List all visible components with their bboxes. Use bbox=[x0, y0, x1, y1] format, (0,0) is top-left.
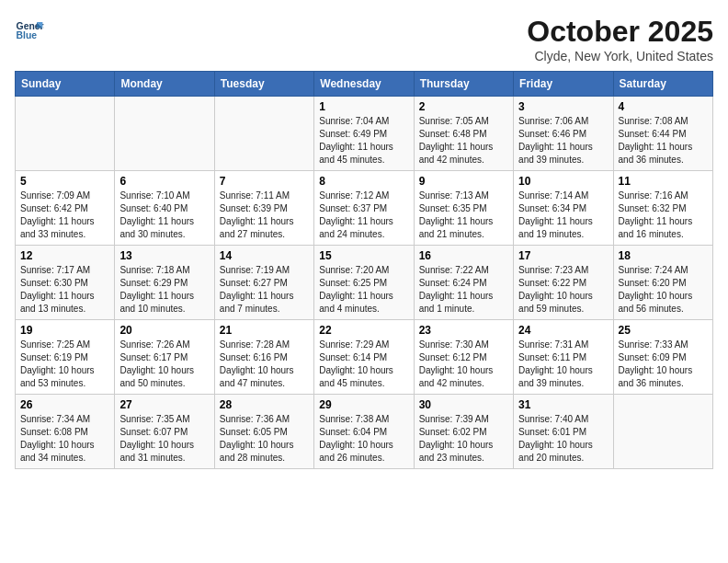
day-info: Sunrise: 7:17 AM Sunset: 6:30 PM Dayligh… bbox=[20, 264, 109, 316]
day-number: 16 bbox=[419, 249, 508, 262]
day-number: 11 bbox=[619, 175, 708, 188]
weekday-header: Friday bbox=[514, 72, 613, 97]
day-info: Sunrise: 7:08 AM Sunset: 6:44 PM Dayligh… bbox=[619, 115, 708, 167]
calendar-week-row: 5Sunrise: 7:09 AM Sunset: 6:42 PM Daylig… bbox=[16, 171, 713, 246]
day-number: 26 bbox=[20, 398, 109, 411]
day-info: Sunrise: 7:34 AM Sunset: 6:08 PM Dayligh… bbox=[20, 413, 109, 465]
day-info: Sunrise: 7:24 AM Sunset: 6:20 PM Dayligh… bbox=[619, 264, 708, 316]
title-block: October 2025 Clyde, New York, United Sta… bbox=[527, 15, 713, 63]
calendar-cell: 6Sunrise: 7:10 AM Sunset: 6:40 PM Daylig… bbox=[115, 171, 214, 246]
day-info: Sunrise: 7:09 AM Sunset: 6:42 PM Dayligh… bbox=[20, 190, 109, 241]
day-info: Sunrise: 7:35 AM Sunset: 6:07 PM Dayligh… bbox=[119, 413, 209, 465]
calendar-cell: 31Sunrise: 7:40 AM Sunset: 6:01 PM Dayli… bbox=[514, 395, 613, 469]
day-number: 2 bbox=[419, 100, 508, 113]
day-info: Sunrise: 7:38 AM Sunset: 6:04 PM Dayligh… bbox=[319, 413, 408, 465]
day-info: Sunrise: 7:10 AM Sunset: 6:40 PM Dayligh… bbox=[119, 190, 209, 241]
day-number: 22 bbox=[319, 324, 408, 337]
day-info: Sunrise: 7:12 AM Sunset: 6:37 PM Dayligh… bbox=[319, 190, 408, 241]
calendar-cell: 15Sunrise: 7:20 AM Sunset: 6:25 PM Dayli… bbox=[314, 246, 414, 320]
day-info: Sunrise: 7:13 AM Sunset: 6:35 PM Dayligh… bbox=[419, 190, 508, 241]
calendar-cell: 4Sunrise: 7:08 AM Sunset: 6:44 PM Daylig… bbox=[613, 97, 712, 171]
weekday-header: Tuesday bbox=[214, 72, 313, 97]
day-number: 20 bbox=[119, 324, 209, 337]
day-number: 7 bbox=[220, 175, 309, 188]
day-number: 12 bbox=[20, 249, 109, 262]
day-number: 14 bbox=[220, 249, 309, 262]
calendar-cell: 20Sunrise: 7:26 AM Sunset: 6:17 PM Dayli… bbox=[115, 320, 214, 395]
day-number: 4 bbox=[619, 100, 708, 113]
calendar-cell: 21Sunrise: 7:28 AM Sunset: 6:16 PM Dayli… bbox=[214, 320, 313, 395]
weekday-header: Sunday bbox=[16, 72, 115, 97]
weekday-header: Saturday bbox=[613, 72, 712, 97]
calendar-cell: 8Sunrise: 7:12 AM Sunset: 6:37 PM Daylig… bbox=[314, 171, 414, 246]
location: Clyde, New York, United States bbox=[527, 49, 713, 63]
day-number: 28 bbox=[220, 398, 309, 411]
day-info: Sunrise: 7:19 AM Sunset: 6:27 PM Dayligh… bbox=[220, 264, 309, 316]
calendar-cell: 2Sunrise: 7:05 AM Sunset: 6:48 PM Daylig… bbox=[414, 97, 513, 171]
calendar-cell bbox=[214, 97, 313, 171]
day-number: 5 bbox=[20, 175, 109, 188]
day-info: Sunrise: 7:14 AM Sunset: 6:34 PM Dayligh… bbox=[518, 190, 608, 241]
calendar-cell: 9Sunrise: 7:13 AM Sunset: 6:35 PM Daylig… bbox=[414, 171, 513, 246]
day-info: Sunrise: 7:05 AM Sunset: 6:48 PM Dayligh… bbox=[419, 115, 508, 167]
day-number: 29 bbox=[319, 398, 408, 411]
day-number: 10 bbox=[518, 175, 608, 188]
day-info: Sunrise: 7:22 AM Sunset: 6:24 PM Dayligh… bbox=[419, 264, 508, 316]
calendar-cell: 17Sunrise: 7:23 AM Sunset: 6:22 PM Dayli… bbox=[514, 246, 613, 320]
day-number: 13 bbox=[119, 249, 209, 262]
calendar-cell: 22Sunrise: 7:29 AM Sunset: 6:14 PM Dayli… bbox=[314, 320, 414, 395]
day-number: 24 bbox=[518, 324, 608, 337]
calendar-cell: 28Sunrise: 7:36 AM Sunset: 6:05 PM Dayli… bbox=[214, 395, 313, 469]
calendar-cell bbox=[115, 97, 214, 171]
day-number: 6 bbox=[119, 175, 209, 188]
day-info: Sunrise: 7:25 AM Sunset: 6:19 PM Dayligh… bbox=[20, 339, 109, 390]
page-header: General Blue October 2025 Clyde, New Yor… bbox=[15, 15, 713, 63]
calendar-cell: 27Sunrise: 7:35 AM Sunset: 6:07 PM Dayli… bbox=[115, 395, 214, 469]
logo-icon: General Blue bbox=[15, 15, 44, 44]
weekday-header: Thursday bbox=[414, 72, 513, 97]
calendar-cell: 13Sunrise: 7:18 AM Sunset: 6:29 PM Dayli… bbox=[115, 246, 214, 320]
weekday-header-row: SundayMondayTuesdayWednesdayThursdayFrid… bbox=[16, 72, 713, 97]
day-info: Sunrise: 7:11 AM Sunset: 6:39 PM Dayligh… bbox=[220, 190, 309, 241]
calendar-week-row: 1Sunrise: 7:04 AM Sunset: 6:49 PM Daylig… bbox=[16, 97, 713, 171]
day-info: Sunrise: 7:20 AM Sunset: 6:25 PM Dayligh… bbox=[319, 264, 408, 316]
calendar-week-row: 19Sunrise: 7:25 AM Sunset: 6:19 PM Dayli… bbox=[16, 320, 713, 395]
day-number: 19 bbox=[20, 324, 109, 337]
day-number: 17 bbox=[518, 249, 608, 262]
calendar-cell: 5Sunrise: 7:09 AM Sunset: 6:42 PM Daylig… bbox=[16, 171, 115, 246]
calendar-week-row: 26Sunrise: 7:34 AM Sunset: 6:08 PM Dayli… bbox=[16, 395, 713, 469]
day-info: Sunrise: 7:16 AM Sunset: 6:32 PM Dayligh… bbox=[619, 190, 708, 241]
day-info: Sunrise: 7:18 AM Sunset: 6:29 PM Dayligh… bbox=[119, 264, 209, 316]
day-number: 18 bbox=[619, 249, 708, 262]
weekday-header: Monday bbox=[115, 72, 214, 97]
calendar-cell bbox=[613, 395, 712, 469]
calendar-cell: 10Sunrise: 7:14 AM Sunset: 6:34 PM Dayli… bbox=[514, 171, 613, 246]
calendar-cell: 23Sunrise: 7:30 AM Sunset: 6:12 PM Dayli… bbox=[414, 320, 513, 395]
day-info: Sunrise: 7:23 AM Sunset: 6:22 PM Dayligh… bbox=[518, 264, 608, 316]
calendar-cell: 1Sunrise: 7:04 AM Sunset: 6:49 PM Daylig… bbox=[314, 97, 414, 171]
calendar-week-row: 12Sunrise: 7:17 AM Sunset: 6:30 PM Dayli… bbox=[16, 246, 713, 320]
day-number: 25 bbox=[619, 324, 708, 337]
day-info: Sunrise: 7:31 AM Sunset: 6:11 PM Dayligh… bbox=[518, 339, 608, 390]
day-number: 31 bbox=[518, 398, 608, 411]
day-number: 9 bbox=[419, 175, 508, 188]
month-title: October 2025 bbox=[527, 15, 713, 49]
day-number: 15 bbox=[319, 249, 408, 262]
day-info: Sunrise: 7:04 AM Sunset: 6:49 PM Dayligh… bbox=[319, 115, 408, 167]
day-number: 3 bbox=[518, 100, 608, 113]
calendar-cell: 11Sunrise: 7:16 AM Sunset: 6:32 PM Dayli… bbox=[613, 171, 712, 246]
day-info: Sunrise: 7:26 AM Sunset: 6:17 PM Dayligh… bbox=[119, 339, 209, 390]
calendar-cell: 24Sunrise: 7:31 AM Sunset: 6:11 PM Dayli… bbox=[514, 320, 613, 395]
logo: General Blue bbox=[15, 15, 44, 44]
calendar-table: SundayMondayTuesdayWednesdayThursdayFrid… bbox=[15, 71, 713, 469]
day-info: Sunrise: 7:29 AM Sunset: 6:14 PM Dayligh… bbox=[319, 339, 408, 390]
day-number: 23 bbox=[419, 324, 508, 337]
day-info: Sunrise: 7:33 AM Sunset: 6:09 PM Dayligh… bbox=[619, 339, 708, 390]
calendar-cell: 7Sunrise: 7:11 AM Sunset: 6:39 PM Daylig… bbox=[214, 171, 313, 246]
calendar-cell: 30Sunrise: 7:39 AM Sunset: 6:02 PM Dayli… bbox=[414, 395, 513, 469]
calendar-cell: 25Sunrise: 7:33 AM Sunset: 6:09 PM Dayli… bbox=[613, 320, 712, 395]
calendar-cell: 3Sunrise: 7:06 AM Sunset: 6:46 PM Daylig… bbox=[514, 97, 613, 171]
calendar-cell: 14Sunrise: 7:19 AM Sunset: 6:27 PM Dayli… bbox=[214, 246, 313, 320]
day-number: 21 bbox=[220, 324, 309, 337]
day-info: Sunrise: 7:30 AM Sunset: 6:12 PM Dayligh… bbox=[419, 339, 508, 390]
